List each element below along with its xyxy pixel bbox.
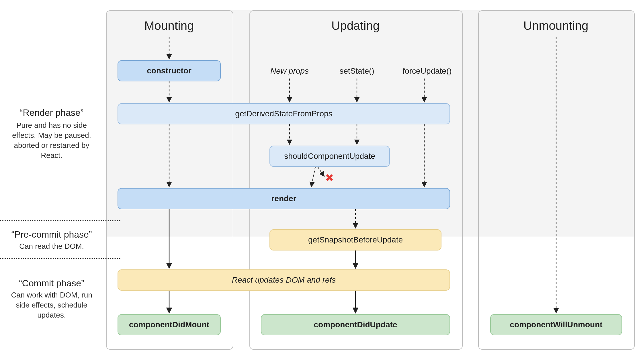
box-react-updates-dom: React updates DOM and refs (118, 269, 450, 291)
phase-commit-title: “Commit phase” (0, 278, 103, 289)
phase-precommit-desc: Can read the DOM. (9, 241, 95, 251)
box-constructor: constructor (118, 60, 221, 81)
trigger-force-update: forceUpdate() (396, 66, 459, 76)
column-updating (249, 10, 463, 350)
box-get-snapshot-before-update: getSnapshotBeforeUpdate (269, 229, 441, 251)
box-component-did-mount: componentDidMount (118, 314, 221, 335)
trigger-set-state: setState() (333, 66, 381, 76)
column-title-unmounting: Unmounting (478, 19, 634, 33)
phase-precommit-title: “Pre-commit phase” (0, 229, 103, 240)
box-get-derived-state-from-props: getDerivedStateFromProps (118, 103, 450, 124)
phase-commit-desc: Can work with DOM, run side effects, sch… (9, 290, 95, 320)
box-should-component-update: shouldComponentUpdate (269, 146, 390, 167)
phase-render-title: “Render phase” (0, 107, 103, 118)
phase-divider-2 (0, 258, 120, 259)
box-render: render (118, 188, 450, 209)
column-title-updating: Updating (249, 19, 462, 33)
box-component-will-unmount: componentWillUnmount (490, 314, 622, 335)
react-lifecycle-diagram: Mounting Updating Unmounting “Render pha… (0, 0, 641, 364)
column-unmounting (478, 10, 635, 350)
trigger-new-props: New props (261, 66, 318, 76)
box-component-did-update: componentDidUpdate (261, 314, 450, 335)
column-title-mounting: Mounting (106, 19, 232, 33)
phase-render-desc: Pure and has no side effects. May be pau… (9, 120, 95, 161)
phase-divider-1 (0, 220, 120, 221)
abort-cross-icon: ✖ (325, 172, 333, 183)
